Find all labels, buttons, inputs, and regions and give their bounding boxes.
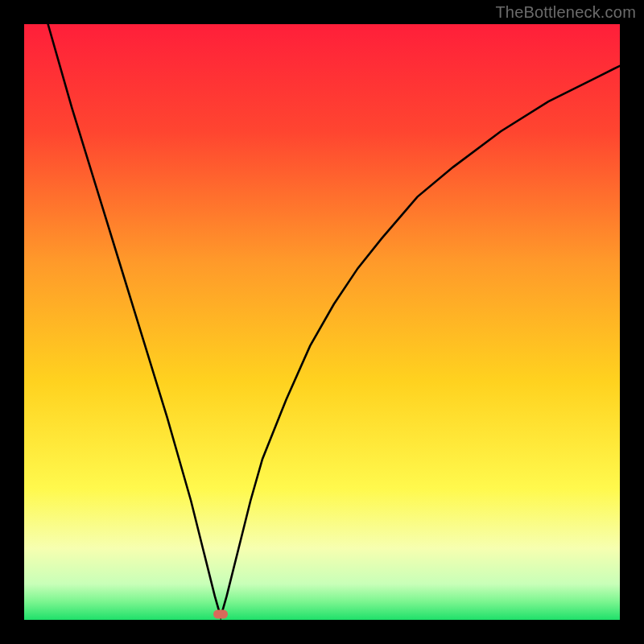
optimum-marker [213, 609, 228, 618]
chart-frame: TheBottleneck.com [0, 0, 644, 644]
plot-area [24, 24, 620, 620]
watermark-text: TheBottleneck.com [495, 3, 636, 22]
bottleneck-curve [24, 24, 620, 620]
